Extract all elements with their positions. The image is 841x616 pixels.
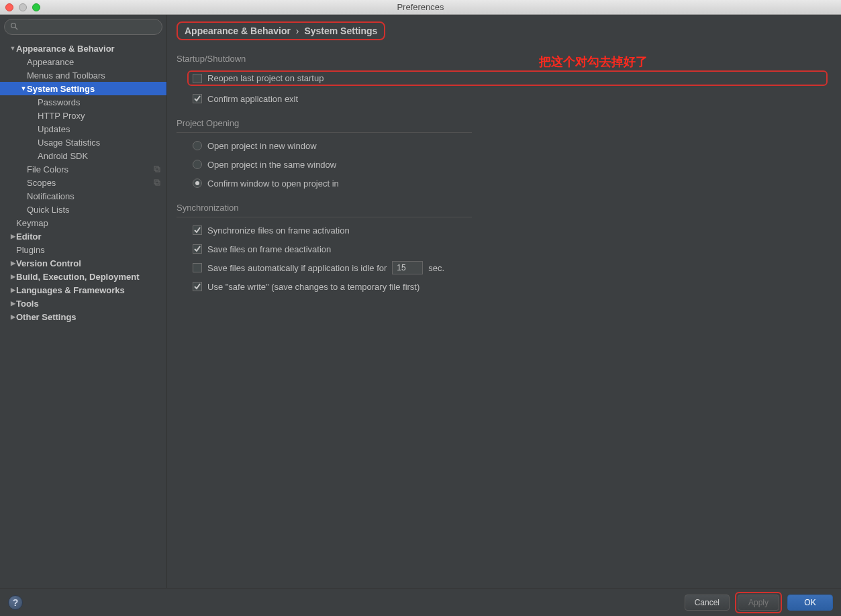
section-startup-title: Startup/Shutdown xyxy=(177,54,828,64)
search-input-wrap[interactable] xyxy=(4,19,162,35)
sidebar-item-appearance[interactable]: Appearance xyxy=(0,55,166,68)
radio-confirm-window[interactable] xyxy=(193,178,202,188)
sidebar-item-label: Passwords xyxy=(38,97,81,107)
content-panel: Appearance & Behavior › System Settings … xyxy=(167,15,841,588)
sidebar-item-label: HTTP Proxy xyxy=(38,111,85,121)
section-opening-title: Project Opening xyxy=(177,118,828,128)
sidebar-item-passwords[interactable]: Passwords xyxy=(0,95,166,109)
chevron-right-icon: ▶ xyxy=(9,287,16,293)
sidebar-item-tools[interactable]: ▶Tools xyxy=(0,297,166,310)
chevron-right-icon: ▶ xyxy=(9,313,16,320)
annotation-text: 把这个对勾去掉好了 xyxy=(539,54,648,70)
option-reopen-highlight: Reopen last project on startup xyxy=(187,70,828,86)
breadcrumb-separator: › xyxy=(296,25,299,36)
sidebar-item-file-colors[interactable]: File Colors xyxy=(0,162,166,176)
input-auto-save-seconds[interactable] xyxy=(392,261,423,274)
label-confirm-exit: Confirm application exit xyxy=(207,94,298,104)
label-auto-save-prefix: Save files automatically if application … xyxy=(207,263,387,273)
svg-rect-2 xyxy=(154,166,158,170)
footer: ? Cancel Apply OK xyxy=(0,588,841,616)
sidebar-item-keymap[interactable]: Keymap xyxy=(0,216,166,229)
sidebar-item-label: Menus and Toolbars xyxy=(27,70,105,81)
sidebar-item-usage-statistics[interactable]: Usage Statistics xyxy=(0,136,166,149)
sidebar-item-http-proxy[interactable]: HTTP Proxy xyxy=(0,109,166,122)
sidebar-item-label: Scopes xyxy=(27,178,56,188)
sidebar-item-system-settings[interactable]: ▼System Settings xyxy=(0,82,166,95)
sidebar-item-appearance-behavior[interactable]: ▼Appearance & Behavior xyxy=(0,42,166,55)
label-save-deact: Save files on frame deactivation xyxy=(207,244,331,254)
radio-new-window[interactable] xyxy=(193,141,202,150)
sidebar-item-version-control[interactable]: ▶Version Control xyxy=(0,256,166,270)
sidebar-item-android-sdk[interactable]: Android SDK xyxy=(0,149,166,162)
sidebar-item-plugins[interactable]: Plugins xyxy=(0,243,166,256)
help-button[interactable]: ? xyxy=(8,595,23,610)
sidebar-item-label: Languages & Frameworks xyxy=(16,285,125,295)
sidebar-item-label: Version Control xyxy=(16,258,81,268)
window-title: Preferences xyxy=(0,2,841,12)
sidebar-item-label: Tools xyxy=(16,299,39,309)
shared-icon xyxy=(153,178,161,187)
sidebar-item-build-execution-deployment[interactable]: ▶Build, Execution, Deployment xyxy=(0,270,166,283)
checkbox-safe-write[interactable] xyxy=(193,282,202,291)
apply-highlight: Apply xyxy=(735,592,782,613)
apply-button[interactable]: Apply xyxy=(738,595,779,611)
sidebar-item-label: Appearance & Behavior xyxy=(16,44,115,54)
label-safe-write: Use "safe write" (save changes to a temp… xyxy=(207,282,419,292)
svg-rect-4 xyxy=(154,180,158,184)
checkbox-auto-save[interactable] xyxy=(193,263,202,272)
sidebar-item-label: Notifications xyxy=(27,191,75,201)
sidebar-item-quick-lists[interactable]: Quick Lists xyxy=(0,203,166,216)
checkbox-reopen[interactable] xyxy=(193,74,202,83)
sidebar-item-label: System Settings xyxy=(27,84,95,94)
search-icon xyxy=(10,22,18,32)
sidebar-item-label: File Colors xyxy=(27,164,68,174)
sidebar-item-label: Plugins xyxy=(16,245,45,255)
search-input[interactable] xyxy=(21,22,156,32)
sidebar-item-label: Keymap xyxy=(16,218,48,228)
breadcrumb-part-1: Appearance & Behavior xyxy=(185,25,291,36)
ok-button[interactable]: OK xyxy=(787,595,833,611)
sidebar-item-scopes[interactable]: Scopes xyxy=(0,176,166,189)
label-reopen: Reopen last project on startup xyxy=(207,73,324,83)
label-confirm-window: Confirm window to open project in xyxy=(207,178,339,189)
chevron-right-icon: ▶ xyxy=(9,300,16,307)
radio-same-window[interactable] xyxy=(193,160,202,169)
sidebar-item-label: Android SDK xyxy=(38,151,88,161)
chevron-right-icon: ▶ xyxy=(9,260,16,266)
sidebar-item-label: Quick Lists xyxy=(27,205,70,215)
svg-line-1 xyxy=(15,27,17,29)
breadcrumb-part-2: System Settings xyxy=(304,25,377,36)
settings-tree: ▼Appearance & BehaviorAppearanceMenus an… xyxy=(0,39,166,588)
chevron-down-icon: ▼ xyxy=(20,85,27,92)
label-same-window: Open project in the same window xyxy=(207,160,336,170)
svg-point-0 xyxy=(11,23,16,28)
sidebar-item-menus-and-toolbars[interactable]: Menus and Toolbars xyxy=(0,68,166,82)
sidebar-item-label: Usage Statistics xyxy=(38,138,100,148)
label-new-window: Open project in new window xyxy=(207,141,317,151)
chevron-right-icon: ▶ xyxy=(9,273,16,280)
checkbox-confirm-exit[interactable] xyxy=(193,94,202,103)
chevron-right-icon: ▶ xyxy=(9,233,16,240)
sidebar-item-label: Build, Execution, Deployment xyxy=(16,272,139,282)
chevron-down-icon: ▼ xyxy=(9,45,16,52)
sidebar: ▼Appearance & BehaviorAppearanceMenus an… xyxy=(0,15,167,588)
sidebar-item-updates[interactable]: Updates xyxy=(0,122,166,136)
sidebar-item-notifications[interactable]: Notifications xyxy=(0,189,166,203)
label-sync-frame: Synchronize files on frame activation xyxy=(207,225,350,236)
label-auto-save-suffix: sec. xyxy=(428,263,444,273)
shared-icon xyxy=(153,165,161,173)
sidebar-item-label: Editor xyxy=(16,232,42,242)
cancel-button[interactable]: Cancel xyxy=(685,595,730,611)
sidebar-item-label: Updates xyxy=(38,124,70,134)
sidebar-item-other-settings[interactable]: ▶Other Settings xyxy=(0,310,166,323)
section-sync-title: Synchronization xyxy=(177,203,828,213)
checkbox-sync-frame[interactable] xyxy=(193,225,202,235)
sidebar-item-languages-frameworks[interactable]: ▶Languages & Frameworks xyxy=(0,283,166,297)
svg-rect-3 xyxy=(156,168,160,172)
titlebar: Preferences xyxy=(0,0,841,15)
sidebar-item-label: Other Settings xyxy=(16,312,77,322)
breadcrumb: Appearance & Behavior › System Settings xyxy=(177,21,385,40)
checkbox-save-deact[interactable] xyxy=(193,244,202,254)
svg-rect-5 xyxy=(156,181,160,185)
sidebar-item-editor[interactable]: ▶Editor xyxy=(0,229,166,243)
